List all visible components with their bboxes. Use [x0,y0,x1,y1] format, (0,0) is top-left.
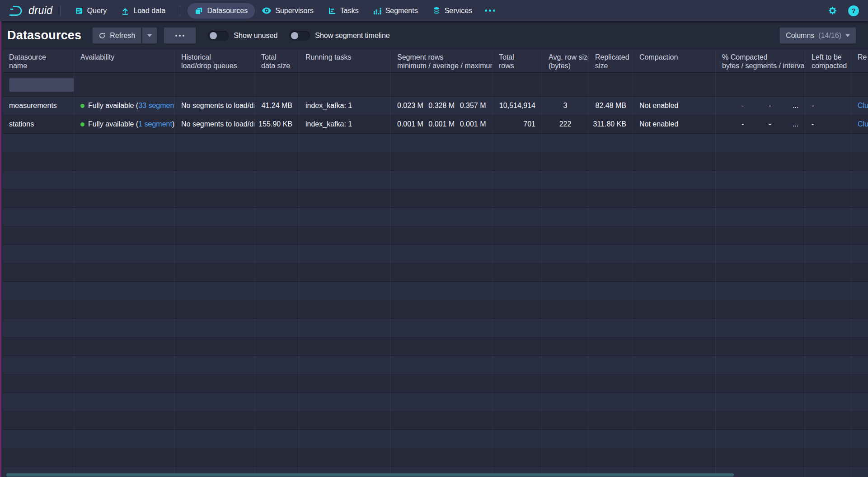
empty-cell [175,449,255,467]
nav-item-query[interactable]: Query [68,3,114,19]
empty-cell [255,263,299,281]
segments-link[interactable]: 1 segment [138,120,172,128]
show-segment-timeline-toggle[interactable] [289,31,310,41]
empty-cell [3,171,74,189]
availability-status-icon [80,122,84,126]
column-header-compaction[interactable]: Compaction [633,50,716,72]
empty-cell [299,152,391,170]
empty-cell [805,189,851,207]
column-header-historical-queues[interactable]: Historical load/drop queues [175,50,255,72]
empty-cell [805,152,851,170]
empty-cell [805,171,851,189]
refresh-button-group: Refresh [92,27,157,44]
settings-gear-button[interactable] [828,6,837,15]
empty-cell [493,449,542,467]
empty-cell [3,263,74,281]
empty-cell [633,226,716,244]
column-header-running-tasks[interactable]: Running tasks [299,50,391,72]
nav-item-services[interactable]: Services [425,3,479,19]
empty-cell [175,412,255,430]
empty-cell [716,152,805,170]
empty-cell [175,300,255,318]
empty-cell [255,337,299,355]
nav-item-supervisors[interactable]: Supervisors [255,3,320,19]
empty-cell [391,226,493,244]
nav-item-tasks[interactable]: Tasks [321,3,366,19]
show-unused-toggle[interactable] [208,31,229,41]
empty-row [3,189,868,208]
empty-cell [589,282,633,300]
empty-cell [175,226,255,244]
empty-cell [493,134,542,152]
nav-item-load-data[interactable]: Load data [114,3,173,19]
empty-cell [175,282,255,300]
column-header-avg-row-size[interactable]: Avg. row size (bytes) [542,50,589,72]
column-header-segment-rows[interactable]: Segment rows minimum / average / maximum [391,50,493,72]
column-header-total-data-size[interactable]: Total data size [255,50,299,72]
chevron-down-icon [147,34,152,37]
more-actions-button[interactable] [164,27,196,44]
empty-cell [716,189,805,207]
empty-cell [299,282,391,300]
help-button[interactable]: ? [848,5,859,16]
empty-cell [716,430,805,448]
druid-brand[interactable]: druid [9,5,53,17]
column-header-availability[interactable]: Availability [74,50,175,72]
empty-cell [74,356,175,374]
column-header-total-rows[interactable]: Total rows [493,50,542,72]
empty-cell [255,300,299,318]
empty-cell [851,467,868,477]
replicated-size-cell: 82.48 MB [589,97,633,115]
column-header-retention[interactable]: Re [851,50,868,72]
retention-link[interactable]: Clu [858,102,868,110]
nav-item-datasources[interactable]: Datasources [188,3,255,19]
columns-selector-button[interactable]: Columns (14/16) [779,27,856,44]
column-header-datasource-name[interactable]: Datasource name [3,50,74,72]
empty-cell [493,282,542,300]
empty-row [3,356,868,374]
empty-cell [3,319,74,337]
column-header-pct-compacted[interactable]: % Compacted bytes / segments / intervals [716,50,805,72]
empty-cell [391,319,493,337]
empty-cell [74,208,175,226]
refresh-button[interactable]: Refresh [92,27,141,44]
empty-cell [851,152,868,170]
load-drop-cell: No segments to load/drop [175,97,255,115]
nav-more-button[interactable] [479,6,501,15]
empty-cell [391,282,493,300]
column-header-replicated-size[interactable]: Replicated size [589,50,633,72]
retention-link[interactable]: Clu [858,120,868,128]
empty-cell [589,412,633,430]
availability-status-icon [80,104,84,108]
empty-cell [633,300,716,318]
empty-cell [589,449,633,467]
empty-cell [851,189,868,207]
empty-cell [633,393,716,411]
nav-item-segments[interactable]: Segments [366,3,425,19]
empty-cell [805,208,851,226]
nav-item-label: Query [87,7,107,15]
column-header-left-to-be-compacted[interactable]: Left to be compacted [805,50,851,72]
empty-cell [391,449,493,467]
datasource-name-filter-input[interactable] [9,78,74,92]
empty-cell [542,374,589,393]
empty-cell [299,226,391,244]
empty-cell [299,374,391,393]
empty-cell [3,282,74,300]
availability-cell: Fully available (33 segments) [74,97,175,115]
empty-cell [589,337,633,355]
empty-cell [74,319,175,337]
help-icon: ? [851,7,855,14]
empty-cell [255,430,299,448]
horizontal-scrollbar-thumb[interactable] [6,473,734,477]
empty-cell [589,245,633,263]
refresh-interval-dropdown-button[interactable] [142,27,157,44]
show-segment-timeline-label: Show segment timeline [315,32,389,40]
empty-cell [74,300,175,318]
empty-cell [493,152,542,170]
empty-cell [633,208,716,226]
empty-cell [716,300,805,318]
empty-cell [493,374,542,393]
segments-link[interactable]: 33 segments [138,102,175,110]
empty-row [3,319,868,337]
